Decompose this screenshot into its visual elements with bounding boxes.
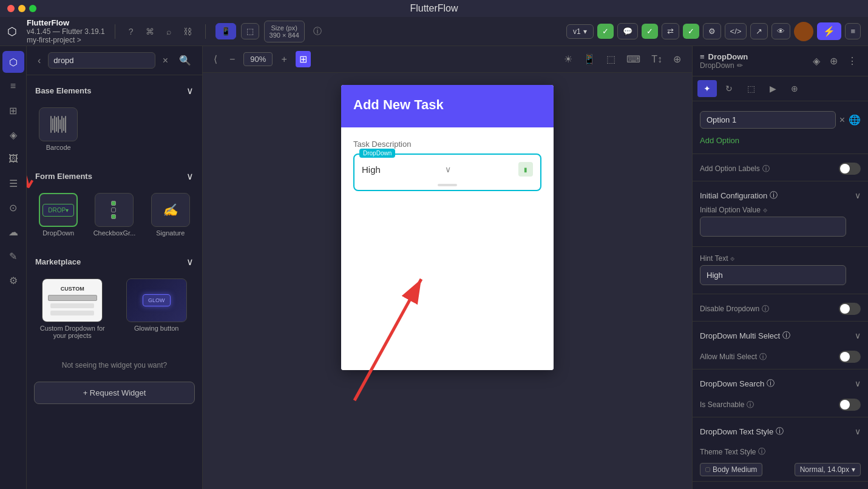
hint-text-input[interactable] (700, 265, 846, 285)
initial-option-value-input[interactable] (700, 217, 846, 237)
version-badge[interactable]: v1 ▾ (566, 24, 594, 39)
sidebar-item-functions[interactable]: ✎ (2, 245, 24, 267)
minimize-dot[interactable] (18, 5, 25, 12)
dropdown-widget[interactable]: DropDown High ∨ ▮ (353, 153, 541, 191)
tab-interactions[interactable]: ↻ (719, 80, 739, 97)
canvas-viewport: ⬚ Add New Task Task Description DropDown… (203, 73, 692, 489)
font-row: Body Medium Normal, 14.0px ▾ (693, 460, 868, 479)
link-button[interactable]: ⛓ (180, 24, 195, 39)
window-controls[interactable] (7, 5, 36, 12)
clear-search-button[interactable]: × (159, 53, 172, 69)
signature-icon-box: ✍ (151, 193, 190, 227)
widget-item-barcode[interactable]: Barcode (33, 104, 84, 155)
search-container (48, 52, 155, 69)
search-icon-button[interactable]: 🔍 (175, 52, 195, 69)
search-button[interactable]: ⌕ (163, 24, 175, 39)
dropdown-edit-handle[interactable]: ▮ (518, 162, 533, 177)
widget-item-signature[interactable]: ✍ Signature (145, 189, 196, 240)
divider-4 (693, 294, 868, 294)
right-panel-subtitle: DropDown ✏ (700, 61, 748, 70)
dropdown-search-expand[interactable]: ∨ (855, 379, 861, 388)
back-button[interactable]: ‹ (34, 53, 44, 69)
add-option-labels-toggle[interactable] (839, 163, 861, 175)
text-style-expand[interactable]: ∨ (855, 427, 861, 436)
sidebar-item-settings[interactable]: ⚙ (2, 269, 24, 291)
text-icon-button[interactable]: T↕ (648, 52, 666, 67)
form-elements-header[interactable]: Form Elements ∨ (27, 166, 202, 187)
zoom-in-button[interactable]: + (277, 52, 290, 67)
avatar-button[interactable] (794, 22, 813, 41)
marketplace-item-glowing-button[interactable]: GLOW Glowing button (117, 275, 197, 343)
marketplace-item-custom-dropdown[interactable]: CUSTOM Custom Dropdown for your projects (33, 275, 112, 343)
sidebar-item-integrations[interactable]: ☁ (2, 221, 24, 243)
edit-icon[interactable]: ✏ (737, 61, 743, 70)
is-searchable-toggle[interactable] (839, 399, 861, 411)
sidebar-item-nav[interactable]: ≡ (2, 75, 24, 97)
sun-icon-button[interactable]: ☀ (560, 51, 576, 67)
pixel-ruler-button[interactable]: ⊞ (296, 51, 311, 67)
sidebar-item-build[interactable]: ⬡ (2, 51, 24, 73)
base-elements-header[interactable]: Base Elements ∨ (27, 80, 202, 101)
sync-button[interactable]: ⇄ (662, 23, 679, 39)
option-value-input[interactable] (700, 111, 836, 129)
zoom-out-button[interactable]: − (226, 52, 239, 67)
mobile-icon-button[interactable]: 📱 (580, 51, 599, 67)
option-globe-button[interactable]: 🌐 (849, 114, 861, 126)
option-clear-button[interactable]: × (839, 115, 845, 126)
message-button[interactable]: 💬 (617, 23, 638, 39)
keyboard-icon-button[interactable]: ⌨ (623, 51, 644, 67)
font-style-arrow-icon: ▾ (852, 465, 855, 474)
font-style-badge[interactable]: Normal, 14.0px ▾ (795, 463, 861, 476)
copy-icon-button[interactable]: ⊕ (826, 53, 841, 69)
close-dot[interactable] (7, 5, 15, 12)
sidebar-item-pages[interactable]: ⊞ (2, 99, 24, 121)
check-button-3[interactable]: ✓ (683, 24, 699, 39)
lightning-button[interactable]: ⚡ (817, 22, 841, 40)
tab-add[interactable]: ⊕ (785, 80, 804, 97)
dropdown-inner[interactable]: High ∨ ▮ (359, 157, 535, 181)
sidebar-item-media[interactable]: 🖼 (2, 148, 24, 170)
base-elements-expand-icon: ∨ (186, 85, 194, 96)
check-button-2[interactable]: ✓ (642, 24, 658, 39)
sidebar-item-list[interactable]: ☰ (2, 172, 24, 194)
properties-icon-button[interactable]: ◈ (809, 53, 824, 69)
more-icon-button[interactable]: ⋮ (844, 53, 861, 69)
help-button[interactable]: ? (125, 24, 137, 39)
body-medium-badge[interactable]: Body Medium (700, 463, 762, 476)
add-option-link[interactable]: Add Option (693, 133, 868, 151)
tablet-view-button[interactable]: ⬚ (241, 23, 259, 39)
widget-item-checkbox[interactable]: CheckboxGr... (89, 189, 140, 240)
tab-layout[interactable]: ⬚ (741, 80, 761, 97)
canvas-back-button[interactable]: ⟨ (210, 51, 221, 67)
mobile-view-button[interactable]: 📱 (215, 23, 236, 39)
add-option-labels-label: Add Option Labels ⓘ (700, 164, 770, 174)
crosshair-button[interactable]: ⊕ (670, 51, 685, 67)
marketplace-header[interactable]: Marketplace ∨ (27, 251, 202, 272)
maximize-dot[interactable] (29, 5, 36, 12)
info-button[interactable]: ⓘ (310, 24, 325, 39)
export-button[interactable]: ↗ (750, 23, 768, 39)
check-button-1[interactable]: ✓ (597, 24, 614, 39)
command-button[interactable]: ⌘ (142, 24, 158, 39)
layout-icon-button[interactable]: ⬚ (603, 51, 619, 67)
separator-1 (115, 24, 115, 39)
preview-mode-button[interactable]: 👁 (771, 23, 790, 39)
info-icon-4: ⟐ (730, 254, 734, 263)
search-input[interactable] (48, 52, 155, 69)
dropdown-resize-handle[interactable] (438, 184, 457, 186)
tab-properties[interactable]: ✦ (697, 80, 717, 97)
allow-multi-select-toggle[interactable] (839, 351, 861, 363)
multi-select-expand[interactable]: ∨ (855, 331, 861, 340)
menu-button[interactable]: ≡ (845, 23, 861, 39)
widget-item-dropdown[interactable]: DROP▾ DropDown ↘ (33, 189, 84, 240)
desktop-view-button[interactable]: Size (px)390 × 844 (264, 21, 305, 42)
code-button[interactable]: </> (725, 23, 747, 39)
initial-config-expand[interactable]: ∨ (855, 191, 861, 200)
allow-multi-select-label: Allow Multi Select ⓘ (700, 352, 767, 362)
sidebar-item-components[interactable]: ◈ (2, 124, 24, 146)
disable-dropdown-toggle[interactable] (839, 303, 861, 315)
tab-preview[interactable]: ▶ (763, 80, 782, 97)
sidebar-item-data[interactable]: ⊙ (2, 197, 24, 218)
settings-button[interactable]: ⚙ (703, 23, 721, 39)
request-widget-button[interactable]: + Request Widget (34, 382, 195, 404)
